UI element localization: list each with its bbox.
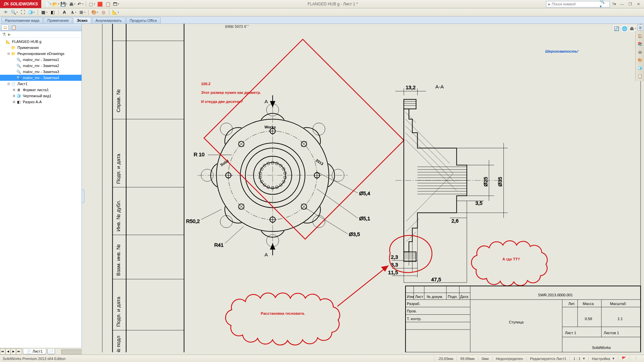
- tab-annotation[interactable]: Примечание: [44, 17, 72, 23]
- svg-text:Ø3,5: Ø3,5: [349, 231, 360, 237]
- drawing-canvas[interactable]: 🔄 🌐 🖶▾ ⊞ ⛶ — ❐ ✕ Справ. №: [82, 24, 644, 355]
- sheet-nav-last[interactable]: ⏭: [16, 349, 21, 355]
- tree-mark-1[interactable]: 🔍malov_mv - Заметка1: [0, 57, 82, 63]
- sheet-nav-first[interactable]: ⏮: [0, 349, 5, 355]
- sheet-nav-prev[interactable]: ◀: [5, 349, 11, 355]
- tab-sketch[interactable]: Эскиз: [73, 17, 91, 23]
- section-view-button[interactable]: ◧: [49, 9, 56, 16]
- svg-text:Ø5,1: Ø5,1: [359, 216, 370, 221]
- redmark-cloud-2: [471, 241, 547, 286]
- tab-evaluate[interactable]: Анализировать: [92, 17, 125, 23]
- help-button[interactable]: ?▾: [610, 1, 618, 7]
- tree-mark-2[interactable]: 🔍malov_mv - Заметка2: [0, 63, 82, 69]
- svg-line-76: [406, 133, 455, 182]
- filter-arrow-icon[interactable]: ▶: [8, 33, 11, 36]
- svg-text:Инв. № дубл.: Инв. № дубл.: [115, 200, 121, 231]
- restore-button[interactable]: ❐: [627, 1, 634, 7]
- zoom-fit-button[interactable]: 🔍▾: [10, 9, 18, 16]
- tree-sheet-format[interactable]: ⊞🗎Формат листа1: [0, 87, 82, 93]
- property-manager-tab[interactable]: 📋: [10, 24, 17, 31]
- taskpane-explorer-button[interactable]: 🗂: [636, 48, 644, 56]
- svg-line-77: [406, 139, 457, 190]
- tree-annotations[interactable]: 📁Примечания: [0, 45, 82, 51]
- ctx-print-button[interactable]: 🖶▾: [629, 25, 636, 32]
- tree-section-aa[interactable]: ⊞◧Разрез A-A: [0, 99, 82, 105]
- view-orientation-button[interactable]: 🧊▾: [27, 9, 36, 16]
- command-search-input[interactable]: [552, 2, 598, 6]
- minimize-button[interactable]: —: [619, 1, 626, 7]
- status-custom[interactable]: Настройка ▾: [588, 356, 618, 361]
- svg-text:А где ТТ?: А где ТТ?: [502, 257, 520, 261]
- taskpane-properties-button[interactable]: 📋: [636, 72, 644, 80]
- svg-text:13,2: 13,2: [406, 84, 416, 90]
- svg-text:№ докум.: № докум.: [427, 295, 443, 299]
- svg-line-74: [406, 119, 450, 163]
- svg-text:Т. контр.: Т. контр.: [407, 317, 422, 321]
- select-button[interactable]: ⬚▾: [89, 1, 95, 7]
- measure-button[interactable]: 📐▾: [111, 9, 120, 16]
- tree-root[interactable]: 📐FLANGED HUB g: [0, 39, 82, 45]
- redmark-cloud-1: [225, 293, 339, 345]
- settings-button[interactable]: 🗔▾: [113, 1, 119, 7]
- tree-mark-3[interactable]: 🔍malov_mv - Заметка3: [0, 69, 82, 75]
- svg-line-44: [225, 226, 244, 243]
- sheet-tab-add[interactable]: 📄: [48, 349, 55, 354]
- options-button[interactable]: 📋: [105, 1, 111, 7]
- display-style-button[interactable]: ▦▾: [40, 9, 48, 16]
- tab-office-products[interactable]: Продукты Office: [126, 17, 161, 23]
- titlebar: 𝓓SSOLIDWORKS 📄▾ 📂▾ 💾▾ 🖶▾ ↶▾ ⬚▾ 🟥 📋 🗔▾ FL…: [0, 0, 644, 8]
- svg-text:Масса: Масса: [583, 302, 594, 306]
- rebuild-button[interactable]: 🟥: [97, 1, 103, 7]
- view-toolbar: 👁 🔍▾ ⛶ 🧊▾ ▦▾ ◧ A 𝐀▾ ⊞▾ 🎨▾ ◎ 📐▾: [0, 8, 644, 16]
- annotation-button[interactable]: 𝐀▾: [69, 9, 77, 16]
- search-go-icon[interactable]: 🔍▾: [598, 0, 607, 9]
- tree-view-1[interactable]: ⊞🧊Чертежный вид1: [0, 93, 82, 99]
- svg-text:Изм: Изм: [407, 295, 414, 299]
- status-help-icon[interactable]: ❔: [630, 356, 641, 361]
- svg-rect-55: [404, 252, 416, 261]
- svg-text:Works: Works: [264, 125, 276, 129]
- view-eye-button[interactable]: 👁: [2, 9, 9, 16]
- tree-mark-4[interactable]: 🔍malov_mv - Заметка4: [0, 75, 82, 81]
- target-button[interactable]: ◎: [100, 9, 107, 16]
- sheet-nav-next[interactable]: ▶: [11, 349, 16, 355]
- status-edition: SolidWorks Premium 2013 x64 Edition: [3, 357, 66, 361]
- svg-text:Справ. №: Справ. №: [115, 89, 121, 112]
- ctx-world-button[interactable]: 🌐: [621, 25, 628, 32]
- taskpane-appearance-button[interactable]: 🧊: [636, 64, 644, 72]
- svg-line-46: [317, 172, 358, 193]
- tree-edrawings[interactable]: ⊟📁Рецензирование eDrawings: [0, 51, 82, 57]
- print-button[interactable]: 🖶▾: [69, 1, 75, 7]
- appearance-button[interactable]: 🎨▾: [91, 9, 99, 16]
- undo-button[interactable]: ↶▾: [77, 1, 84, 7]
- zoom-window-button[interactable]: ⛶: [19, 9, 26, 16]
- status-scale[interactable]: 1 : 1 ▾: [570, 356, 588, 361]
- grid-button[interactable]: ⊞▾: [78, 9, 86, 16]
- feature-tree[interactable]: 📐FLANGED HUB g 📁Примечания ⊟📁Рецензирова…: [0, 38, 82, 355]
- svg-text:Расстановка тесновата.: Расстановка тесновата.: [261, 311, 305, 315]
- svg-text:SWR 2013 0...: SWR 2013 0...: [225, 24, 250, 28]
- svg-line-48: [317, 189, 358, 218]
- status-flag-icon[interactable]: 🚩: [618, 356, 630, 361]
- text-tool-button[interactable]: A: [61, 9, 68, 16]
- svg-text:Разраб.: Разраб.: [407, 302, 420, 306]
- redmark-note-line3: И откуда две десятки?: [201, 100, 243, 104]
- tab-view-layout[interactable]: Расположение вида: [1, 17, 43, 23]
- taskpane-palette-button[interactable]: 🎨: [636, 56, 644, 64]
- panel-splitter[interactable]: [82, 189, 85, 203]
- new-file-button[interactable]: 📄▾: [45, 1, 51, 7]
- status-editing: Редактируется Лист1: [526, 356, 570, 361]
- sheet-tab-active[interactable]: 📄Лист1: [23, 349, 46, 354]
- taskpane-home-button[interactable]: 🏠: [636, 32, 644, 40]
- ctx-zoom-button[interactable]: 🔄: [613, 25, 620, 32]
- drawing-svg: Справ. № Подп. и дата Инв. № дубл. Взам.…: [82, 24, 644, 352]
- command-search[interactable]: ▸ 🔍▾: [546, 1, 610, 7]
- close-button[interactable]: ✕: [635, 1, 642, 7]
- tree-sheet[interactable]: ⊟📄Лист1: [0, 81, 82, 87]
- vc-grid-button[interactable]: ⊞: [637, 24, 643, 31]
- taskpane-library-button[interactable]: 📚: [636, 40, 644, 48]
- open-file-button[interactable]: 📂▾: [53, 1, 59, 7]
- svg-text:Масштаб: Масштаб: [610, 302, 626, 306]
- feature-manager-tab[interactable]: 🗂: [1, 24, 9, 31]
- save-button[interactable]: 💾▾: [61, 1, 67, 7]
